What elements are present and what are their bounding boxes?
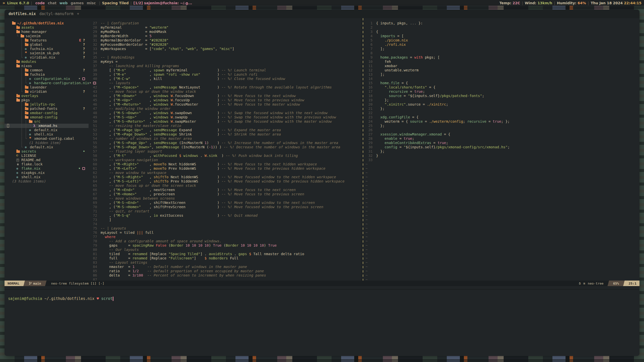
tree-item-assets[interactable]: assets (5, 25, 89, 30)
line-number: 3 (364, 30, 373, 34)
code-text: -- move focus up or down the screen stac… (97, 184, 196, 188)
code-text: , ("M-<Page_Down>" , sendMessage Shrink … (97, 132, 281, 137)
tree-item-home-manager[interactable]: home-manager (5, 30, 89, 34)
editor-line-75: 75-- | Layouts (89, 226, 361, 231)
tree-item-fuchsia[interactable]: │ fuchsia (5, 72, 89, 77)
tree-item-modules[interactable]: modules (5, 60, 89, 64)
editor-line-68: 68 -- move windows between screens (89, 196, 361, 201)
rightpane-line-3: 3{ (364, 30, 639, 34)
tree-item-shell.nix[interactable]: │ │ ✻shell.nix (5, 132, 89, 137)
tree-item---.github-dotfiles.nix[interactable]: ~/.github/dotfiles.nix (5, 21, 89, 25)
editor-line-32: 32myFocusedBorderColor = "#282828" (89, 42, 361, 47)
new-tab-button[interactable]: + (77, 12, 79, 16)
tree-item-nixpkgs.nix[interactable]: ✻nixpkgs.nix (5, 171, 89, 175)
tree-item-pkgs[interactable]: pkgs (5, 98, 89, 102)
nix-file-icon: ✻ (16, 175, 21, 179)
prompt-cwd: ~/.github/dotfiles.nix (45, 296, 95, 301)
editor-line-42: 42 , ("M-<Space>" , sendMessage NextLayo… (89, 85, 361, 89)
tree-item-xmonad-config[interactable]: │ xmonad-config (5, 115, 89, 119)
neovim-area: ~/.github/dotfiles.nix assets home-manag… (5, 18, 639, 281)
editor-line-43: 43 -- move focus up or down the window s… (89, 89, 361, 94)
indent-guide: │ (12, 85, 25, 89)
tree-item-shell.nix[interactable]: ✻shell.nix (5, 175, 89, 179)
shell-prompt[interactable]: sajenim@fuchsia ~/.github/dotfiles.nix ♥… (8, 296, 113, 301)
line-number: 54 (89, 137, 97, 141)
tree-item-configuration.nix[interactable]: │ │ ✻configuration.nix• (5, 77, 89, 81)
indent-guide (12, 94, 16, 98)
empty-line-tilde: ~ (364, 218, 639, 222)
tree-item-sajenim_sk.pub[interactable]: │ *sajenim_sk.pub? (5, 51, 89, 55)
empty-line-tilde: ~ (364, 222, 639, 226)
editor-line-31: 31myNormalBorderColor = "#282828" (89, 38, 361, 42)
workspace-chat[interactable]: chat (46, 1, 58, 5)
tree-item--3-hidden-items-[interactable]: (3 hidden items) (5, 179, 89, 184)
code-text: -- Layout settings (97, 260, 147, 265)
indent-guide (12, 154, 16, 158)
tree-item-xmonad-config.cabal[interactable]: │ └ *xmonad-config.cabal (5, 137, 89, 141)
line-number: 25 (364, 124, 373, 128)
editor-line-47: 47 -- modifying the window order (89, 107, 361, 111)
tree-item-xmonad.hs[interactable]: │ │ └ λxmonad.hs (5, 124, 89, 128)
tab-dotfiles[interactable]: dotfiles.nix (9, 12, 36, 16)
tree-item-fuchsia.nix[interactable]: │ ✻fuchsia.nix? (5, 47, 89, 51)
code-text: ./picom.nix (373, 38, 408, 42)
tree-item-default.nix[interactable]: │ │ ✻default.nix (5, 128, 89, 132)
git-status-badges: • (89, 81, 96, 85)
tree-item-features[interactable]: │ featuresE? (5, 38, 89, 42)
line-number: 17 (364, 89, 373, 94)
tree-item-sajenim[interactable]: └ sajenim (5, 34, 89, 38)
code-text: myWorkspaces = ["code", "chat", "web", "… (97, 47, 234, 51)
tree-item-patched-fonts[interactable]: │ patched-fonts? (5, 107, 89, 111)
tree-item-LICENSE[interactable]: ©LICENSE (5, 154, 89, 158)
neo-tree-panel[interactable]: ~/.github/dotfiles.nix assets home-manag… (5, 18, 89, 281)
tree-item--1-hidden-item-[interactable]: │ (1 hidden item) (5, 141, 89, 145)
tree-item-xmobar-config[interactable]: │ xmobar-config (5, 111, 89, 115)
line-number: 37 (89, 64, 97, 68)
tree-item-secrets[interactable]: secrets• (5, 149, 89, 154)
tree-item-overlays[interactable]: overlays (5, 94, 89, 98)
workspace-misc[interactable]: misc (85, 1, 97, 5)
workspace-code[interactable]: code (34, 1, 46, 5)
tree-item-jellyfin-rpc[interactable]: │ jellyfin-rpc (5, 102, 89, 107)
line-number: 67 (89, 192, 97, 196)
tree-item-label: README.md (21, 158, 41, 162)
line-number: 28 (89, 25, 97, 30)
folder-open-icon (16, 99, 21, 102)
code-text: } (373, 154, 378, 158)
tree-item-README.md[interactable]: MREADME.md (5, 158, 89, 162)
nix-file-icon: ✻ (16, 166, 21, 171)
indent-guide: │ (12, 72, 25, 77)
tree-item-flake.lock[interactable]: flake.lock (5, 162, 89, 166)
tree-item-default.nix[interactable]: └ ✻default.nix (5, 145, 89, 149)
empty-line-tilde: ~ (364, 213, 639, 218)
tree-item-flake.nix[interactable]: ✻flake.nix• (5, 166, 89, 171)
tree-item-nixos[interactable]: nixos (5, 64, 89, 68)
tree-item-global[interactable]: │ global? (5, 42, 89, 47)
editor-line-86: 86 delta = 3/100 -- Percent of screen to… (89, 273, 361, 278)
line-number: 23 (364, 115, 373, 119)
workspace-web[interactable]: web (58, 1, 69, 5)
empty-line-tilde: ~ (364, 196, 639, 201)
code-text (373, 77, 376, 81)
tree-item-lavender[interactable]: │ lavender (5, 85, 89, 89)
window-separator[interactable] (361, 18, 364, 281)
folder-closed-icon (25, 90, 30, 93)
indent-guide (12, 162, 16, 166)
tree-item-viridian[interactable]: └ viridian? (5, 89, 89, 94)
tree-item-label: sajenim (26, 34, 41, 38)
editor-pane-xmonad-hs[interactable]: 27-- | Configuration28myTerminal = "wezt… (89, 18, 361, 281)
tree-item-label: flake.lock (21, 162, 43, 166)
folder-open-icon (12, 22, 17, 25)
workspace-games[interactable]: games (69, 1, 85, 5)
tree-item-hardware-configuration.nix[interactable]: │ └ ✻hardware-configuration.nix• (5, 81, 89, 85)
line-number: 13 (364, 72, 373, 77)
tree-item-common[interactable]: │ common? (5, 68, 89, 72)
editor-pane-nix[interactable]: 1{ inputs, pkgs, ... }:23{4 imports = [5… (364, 18, 639, 281)
tree-item-src[interactable]: │ │ src (5, 119, 89, 124)
rightpane-line-17: 17 recursive = true; (364, 89, 639, 94)
tab-dactyl-manuform[interactable]: dactyl-manuform (39, 12, 73, 16)
code-text: xsession.windowManager.xmonad = { (373, 132, 450, 137)
tree-item-label: configuration.nix (34, 77, 70, 81)
tree-item-viridian.nix[interactable]: └ ✻viridian.nix? (5, 55, 89, 60)
indent-guide: │ │ (12, 119, 29, 124)
